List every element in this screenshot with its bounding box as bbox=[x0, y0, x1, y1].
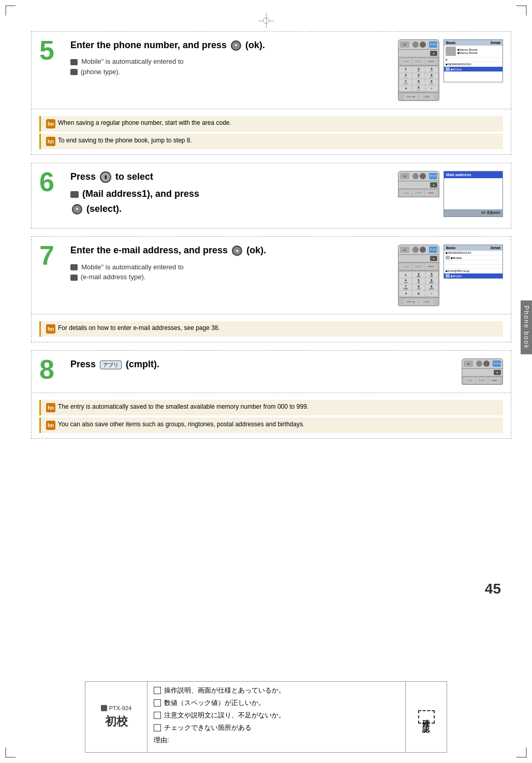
s7-key-5: 5JKL bbox=[412, 278, 425, 284]
key-4: 4GHI bbox=[400, 73, 412, 79]
key-3: 3DEF bbox=[425, 67, 438, 73]
step8-notes: hn The entry is automatically saved to t… bbox=[32, 393, 511, 438]
key-7: 7PQRS bbox=[400, 79, 412, 85]
bottom-middle: 操作説明、画面が仕様とあっているか。 数値（スペック値）が正しいか。 注意文や説… bbox=[147, 682, 405, 752]
bottom-left: PTX-924 初校 bbox=[85, 682, 147, 752]
keypad-grid: 1● 2ABC 3DEF 4GHI 5JKL 6MNO 7PQRS 8TUV 9… bbox=[400, 67, 438, 91]
screen7-spacer1 bbox=[444, 261, 503, 265]
s8-nav: ←ペン クリア ⇒PWR bbox=[462, 377, 503, 385]
step8-note2: hn You can also save other items such as… bbox=[39, 418, 503, 433]
s7-screen-icon: ⊡ bbox=[400, 247, 409, 253]
s8-top-btns bbox=[476, 361, 490, 367]
step8-title: Press アプリ (cmplt). bbox=[70, 358, 456, 370]
s7-btn bbox=[420, 247, 426, 253]
step5-number: 5 bbox=[39, 37, 65, 101]
screen5-row1: ■ bbox=[444, 57, 503, 62]
step5-notes: hn When saving a regular phone number, s… bbox=[32, 109, 511, 154]
step7-ok-btn: ● bbox=[232, 246, 242, 256]
s8-phone-top: ⊡ アプリ bbox=[462, 358, 503, 369]
step8-number: 8 bbox=[39, 356, 65, 385]
step5-inner: 5 Enter the phone number, and press ● (o… bbox=[32, 32, 511, 109]
screen5-names: ■Nancy Brand ■Nancy Brand bbox=[457, 48, 477, 54]
phone-keypad: 1● 2ABC 3DEF 4GHI 5JKL 6MNO 7PQRS 8TUV 9… bbox=[398, 66, 439, 93]
step5-content: Enter the phone number, and press ● (ok)… bbox=[70, 39, 393, 101]
step8-content: Press アプリ (cmplt). bbox=[70, 358, 456, 385]
note-icon-1: hn bbox=[46, 119, 55, 128]
s7-key-0: 0 bbox=[412, 291, 425, 296]
key-star: ✱ bbox=[400, 85, 412, 91]
note-icon-8a: hn bbox=[46, 403, 55, 412]
s7-e-key: E bbox=[430, 256, 437, 261]
checkbox-2[interactable] bbox=[154, 699, 161, 707]
s7-back-key: ←ペン bbox=[400, 264, 411, 269]
step5-note1: hn When saving a regular phone number, s… bbox=[39, 116, 503, 132]
s6-top-btns bbox=[412, 173, 426, 179]
corner-mark-br bbox=[516, 747, 527, 758]
step7-note1: hn For details on how to enter e-mail ad… bbox=[39, 321, 503, 337]
kakunin-label: 確 認 bbox=[418, 710, 435, 724]
step6-section: 6 Press ⇕ to select (Mail address1), and… bbox=[31, 163, 511, 228]
key-0: 00▲▼ bbox=[412, 85, 425, 91]
s8-back-key: ←ペン bbox=[464, 378, 475, 383]
phone-btn bbox=[420, 41, 426, 48]
screen7-header: Basic Detail bbox=[444, 245, 503, 251]
app-key: アプリ bbox=[429, 41, 437, 48]
s7-phone-mid: E bbox=[398, 255, 439, 263]
key-2: 2ABC bbox=[412, 67, 425, 73]
s7-key-8: 8TUV bbox=[412, 284, 425, 290]
s6-e-key: E bbox=[430, 182, 437, 188]
s7-keypad-grid: 1 2ABC 3DEF 4GHI 5JKL 6MNO 7PQRS 8TUV 9W… bbox=[400, 272, 438, 296]
s7-keypad: 1 2ABC 3DEF 4GHI 5JKL 6MNO 7PQRS 8TUV 9W… bbox=[398, 271, 439, 298]
s7-menu-key: マナー▲ bbox=[404, 299, 418, 305]
bottom-right: 確 認 bbox=[405, 682, 447, 752]
side-tab: Phone book bbox=[521, 300, 532, 354]
phone-screen-icon: ⊡ bbox=[400, 41, 409, 48]
step6-ok-btn: ● bbox=[72, 204, 82, 214]
key-8: 8TUV bbox=[412, 79, 425, 85]
s7-key-1: 1 bbox=[400, 272, 412, 278]
s7-lens bbox=[412, 247, 419, 253]
s7-top-btns bbox=[412, 247, 426, 253]
step5-title: Enter the phone number, and press ● (ok)… bbox=[70, 39, 393, 51]
checkbox-3[interactable] bbox=[154, 712, 161, 719]
step5-desc: Mobile" is automatically entered to (pho… bbox=[70, 56, 393, 77]
s7-mob-icon2 bbox=[446, 274, 450, 278]
back-key: ←ペン bbox=[400, 59, 411, 64]
ptx-row: PTX-924 bbox=[101, 705, 131, 711]
phone-nav: ←ペン クリア ⇒PWR bbox=[398, 57, 439, 66]
check-row-3: 注意文や説明文に誤り、不足がないか。 bbox=[154, 711, 399, 720]
step8-phone: ⊡ アプリ E ←ペン クリア bbox=[462, 358, 503, 385]
step7-content: Enter the e-mail address, and press ● (o… bbox=[70, 244, 393, 306]
s7-nav: ←ペン クリア ⇒PWR bbox=[398, 263, 439, 271]
mobile-icon-s5 bbox=[446, 67, 450, 71]
s7-mobile-icon bbox=[70, 264, 78, 270]
mail-screen-body bbox=[444, 178, 503, 209]
screen5-name2: ■Nancy Brand bbox=[457, 51, 477, 54]
phone-top-btns bbox=[412, 41, 426, 48]
step8-images: ⊡ アプリ E ←ペン クリア bbox=[462, 358, 503, 385]
step7-screen: Basic Detail ■090000003XXXX ■Mobile ■AAA… bbox=[444, 244, 503, 279]
clear-key: クリア bbox=[412, 59, 424, 64]
phone-lens bbox=[412, 41, 419, 48]
s7-phone-top: ⊡ アプリ bbox=[398, 244, 439, 255]
s7-memo-key: 《メモ》 bbox=[419, 299, 434, 305]
step7-number: 7 bbox=[39, 242, 65, 306]
key-hash: # bbox=[425, 85, 438, 91]
checkbox-4[interactable] bbox=[154, 724, 161, 731]
step6-arrow-key: ⇕ bbox=[100, 171, 111, 183]
page-container: Phone book 45 5 Enter the phone number, … bbox=[0, 0, 532, 763]
mobile-type-icon bbox=[70, 59, 78, 65]
phone-type-icon bbox=[70, 69, 78, 75]
step5-images: ⊡ アプリ E ←ペン クリア bbox=[398, 39, 503, 101]
crosshair-top bbox=[258, 13, 274, 28]
step7-notes: hn For details on how to enter e-mail ad… bbox=[32, 314, 511, 342]
s8-lens bbox=[476, 361, 482, 367]
checkbox-1[interactable] bbox=[154, 687, 161, 694]
s8-btn bbox=[483, 361, 490, 367]
step5-ok-circle: ● bbox=[231, 40, 241, 51]
s7-clear-key: クリア bbox=[412, 264, 424, 269]
s7-bottom-nav: マナー▲ 《メモ》 bbox=[398, 298, 439, 306]
screen7-row2: ■Mobile bbox=[444, 255, 503, 261]
phone-top: ⊡ アプリ bbox=[398, 39, 439, 50]
step5-phone: ⊡ アプリ E ←ペン クリア bbox=[398, 39, 439, 101]
